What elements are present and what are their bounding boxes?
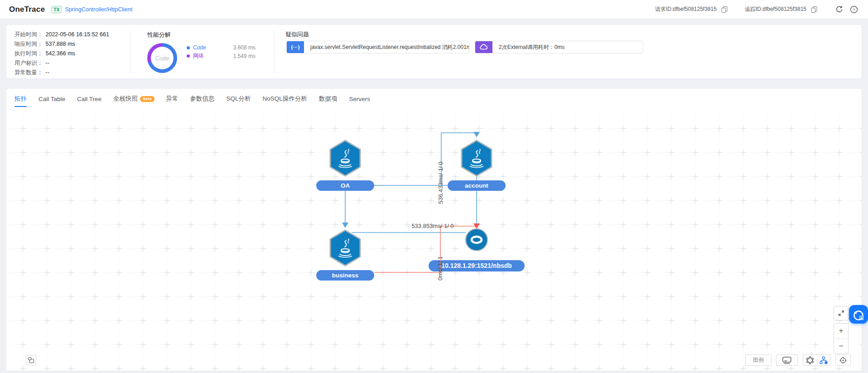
performance-donut-chart: Code bbox=[147, 43, 177, 73]
code-braces-icon: {···} bbox=[287, 41, 304, 53]
tree-layout-button[interactable] bbox=[817, 355, 830, 365]
edge-label-oa-account: 536.433ms/ 1/ 0 bbox=[437, 161, 444, 203]
request-id-text: 请求ID:dfbef508125f3815 bbox=[655, 5, 717, 13]
label-business[interactable]: business bbox=[332, 272, 359, 279]
trace-id-text: 追踪ID:dfbef508125f3815 bbox=[745, 5, 806, 13]
issues-title: 疑似问题 bbox=[285, 30, 309, 39]
tab-call-table[interactable]: Call Table bbox=[39, 95, 65, 107]
refresh-icon[interactable] bbox=[834, 5, 844, 15]
issue-text: javax.servlet.ServletRequestListener.req… bbox=[304, 44, 469, 51]
tab-call-tree[interactable]: Call Tree bbox=[77, 95, 101, 107]
switch-old-version-button[interactable]: 旧 bbox=[849, 305, 868, 324]
label-account[interactable]: account bbox=[465, 182, 488, 189]
old-version-label: 旧 bbox=[859, 315, 864, 320]
tab-exceptions[interactable]: 异常 bbox=[166, 95, 178, 107]
legend-value: 1.549 ms bbox=[233, 53, 256, 59]
locate-button[interactable] bbox=[835, 354, 851, 366]
legend-name: 网络 bbox=[193, 52, 204, 60]
summary-row: 响应时间：537.888 ms bbox=[14, 40, 75, 48]
legend-dot bbox=[187, 54, 190, 58]
divider bbox=[274, 30, 275, 73]
legend-item: 网络 1.549 ms bbox=[187, 52, 256, 60]
force-layout-button[interactable] bbox=[803, 355, 817, 365]
layout-switcher bbox=[803, 354, 830, 366]
app-header: OneTrace TX SpringController/HttpClient … bbox=[0, 0, 868, 19]
label-database[interactable]: 10.128.1.29:1521/nbsdb bbox=[441, 262, 512, 269]
label-oa[interactable]: OA bbox=[341, 182, 350, 189]
topology-canvas[interactable]: OA account business 10.128.1.29:1521/nbs… bbox=[6, 111, 862, 371]
donut-center-label: Code bbox=[151, 47, 174, 69]
legend-button[interactable]: 图例 bbox=[745, 354, 772, 366]
summary-row: 执行时间：542.366 ms bbox=[14, 50, 75, 58]
legend-value: 3.608 ms bbox=[233, 44, 256, 51]
minimap-button[interactable] bbox=[776, 354, 798, 366]
performance-title: 性能分解 bbox=[147, 31, 171, 39]
issue-chip[interactable]: 2次External调用耗时：0ms bbox=[475, 41, 643, 53]
edge-label-business-db: 533.853ms/ 1/ 0 bbox=[411, 223, 453, 229]
transaction-type-badge: TX bbox=[51, 6, 62, 13]
tab-full-stack-snapshot[interactable]: 全栈快照Beta bbox=[113, 95, 154, 107]
help-icon[interactable]: ? bbox=[849, 5, 859, 15]
issue-text: 2次External调用耗时：0ms bbox=[492, 44, 571, 51]
app-logo: OneTrace bbox=[9, 5, 45, 14]
tab-servers[interactable]: Servers bbox=[349, 95, 370, 107]
divider bbox=[130, 30, 130, 73]
tab-topology[interactable]: 拓扑 bbox=[14, 95, 27, 107]
edge-label-business-db-red: 0ms/ 1/ 1 bbox=[437, 256, 444, 280]
zoom-out-button[interactable]: − bbox=[834, 339, 848, 354]
tab-sql-analysis[interactable]: SQL分析 bbox=[227, 95, 251, 107]
summary-row: 开始时间：2022-05-06 16:15:52 661 bbox=[14, 31, 109, 39]
issue-chip[interactable]: {···} javax.servlet.ServletRequestListen… bbox=[286, 41, 469, 53]
copy-icon[interactable] bbox=[719, 5, 729, 15]
zoom-controls: + − bbox=[834, 323, 849, 354]
zoom-in-button[interactable]: + bbox=[834, 324, 848, 339]
summary-row: 用户标识：-- bbox=[14, 59, 49, 67]
summary-row: 异常数量：-- bbox=[14, 69, 49, 77]
legend-dot bbox=[187, 46, 190, 49]
legend-name: Code bbox=[193, 44, 206, 51]
fit-view-button[interactable] bbox=[26, 355, 36, 365]
svg-text:?: ? bbox=[853, 7, 855, 12]
tab-bar: 拓扑 Call Table Call Tree 全栈快照Beta 异常 参数信息… bbox=[14, 95, 370, 107]
trace-id: 追踪ID:dfbef508125f3815 bbox=[745, 5, 819, 15]
grid-background bbox=[6, 111, 862, 371]
transaction-name-link[interactable]: SpringController/HttpClient bbox=[65, 6, 133, 13]
tab-parameters[interactable]: 参数信息 bbox=[190, 95, 215, 107]
trace-summary-card: 开始时间：2022-05-06 16:15:52 661 响应时间：537.88… bbox=[6, 25, 862, 78]
cloud-icon bbox=[475, 41, 492, 53]
node-database[interactable] bbox=[466, 229, 487, 251]
tab-data-items[interactable]: 数据项 bbox=[319, 95, 338, 107]
fullscreen-button[interactable] bbox=[834, 306, 849, 320]
trace-detail-card: 拓扑 Call Table Call Tree 全栈快照Beta 异常 参数信息… bbox=[6, 89, 862, 371]
copy-icon[interactable] bbox=[809, 5, 819, 15]
tab-nosql-analysis[interactable]: NoSQL操作分析 bbox=[263, 95, 307, 107]
legend-item: Code 3.608 ms bbox=[187, 44, 256, 51]
request-id: 请求ID:dfbef508125f3815 bbox=[655, 5, 729, 15]
beta-badge: Beta bbox=[140, 96, 154, 102]
